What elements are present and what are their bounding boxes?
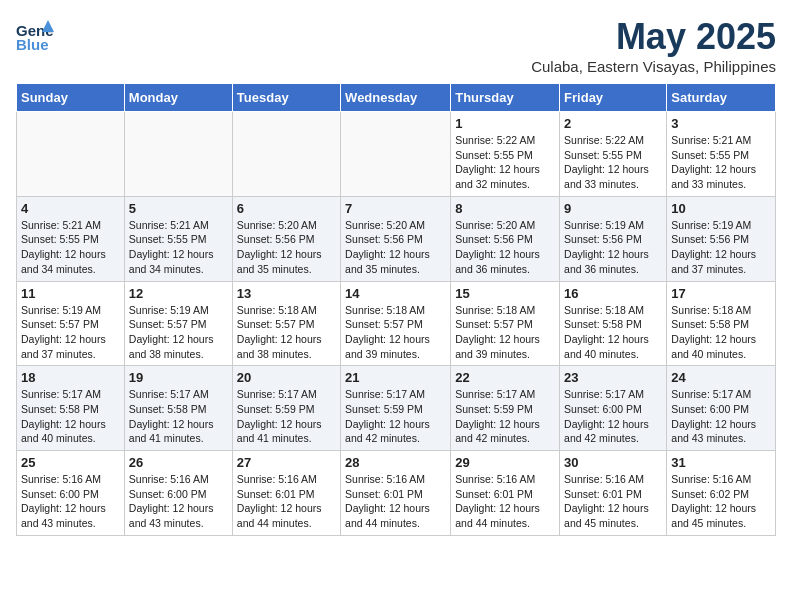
day-cell-2: 2Sunrise: 5:22 AM Sunset: 5:55 PM Daylig… (560, 112, 667, 197)
day-number: 1 (455, 116, 555, 131)
day-info: Sunrise: 5:17 AM Sunset: 6:00 PM Dayligh… (564, 387, 662, 446)
day-info: Sunrise: 5:17 AM Sunset: 5:58 PM Dayligh… (21, 387, 120, 446)
day-cell-4: 4Sunrise: 5:21 AM Sunset: 5:55 PM Daylig… (17, 196, 125, 281)
day-info: Sunrise: 5:21 AM Sunset: 5:55 PM Dayligh… (21, 218, 120, 277)
day-info: Sunrise: 5:17 AM Sunset: 5:58 PM Dayligh… (129, 387, 228, 446)
calendar-header-row: SundayMondayTuesdayWednesdayThursdayFrid… (17, 84, 776, 112)
day-cell-17: 17Sunrise: 5:18 AM Sunset: 5:58 PM Dayli… (667, 281, 776, 366)
logo-icon: General Blue (16, 16, 54, 54)
day-number: 14 (345, 286, 446, 301)
empty-cell (341, 112, 451, 197)
day-number: 17 (671, 286, 771, 301)
day-cell-25: 25Sunrise: 5:16 AM Sunset: 6:00 PM Dayli… (17, 451, 125, 536)
day-info: Sunrise: 5:18 AM Sunset: 5:58 PM Dayligh… (564, 303, 662, 362)
day-info: Sunrise: 5:18 AM Sunset: 5:57 PM Dayligh… (455, 303, 555, 362)
day-info: Sunrise: 5:22 AM Sunset: 5:55 PM Dayligh… (564, 133, 662, 192)
month-title: May 2025 (531, 16, 776, 58)
day-number: 26 (129, 455, 228, 470)
week-row-2: 4Sunrise: 5:21 AM Sunset: 5:55 PM Daylig… (17, 196, 776, 281)
day-cell-20: 20Sunrise: 5:17 AM Sunset: 5:59 PM Dayli… (232, 366, 340, 451)
day-cell-7: 7Sunrise: 5:20 AM Sunset: 5:56 PM Daylig… (341, 196, 451, 281)
day-cell-24: 24Sunrise: 5:17 AM Sunset: 6:00 PM Dayli… (667, 366, 776, 451)
day-number: 27 (237, 455, 336, 470)
day-info: Sunrise: 5:17 AM Sunset: 6:00 PM Dayligh… (671, 387, 771, 446)
day-number: 20 (237, 370, 336, 385)
day-info: Sunrise: 5:19 AM Sunset: 5:56 PM Dayligh… (564, 218, 662, 277)
day-number: 25 (21, 455, 120, 470)
day-info: Sunrise: 5:16 AM Sunset: 6:02 PM Dayligh… (671, 472, 771, 531)
day-number: 4 (21, 201, 120, 216)
day-cell-8: 8Sunrise: 5:20 AM Sunset: 5:56 PM Daylig… (451, 196, 560, 281)
week-row-1: 1Sunrise: 5:22 AM Sunset: 5:55 PM Daylig… (17, 112, 776, 197)
day-info: Sunrise: 5:16 AM Sunset: 6:01 PM Dayligh… (455, 472, 555, 531)
day-cell-22: 22Sunrise: 5:17 AM Sunset: 5:59 PM Dayli… (451, 366, 560, 451)
day-cell-18: 18Sunrise: 5:17 AM Sunset: 5:58 PM Dayli… (17, 366, 125, 451)
calendar-table: SundayMondayTuesdayWednesdayThursdayFrid… (16, 83, 776, 536)
day-info: Sunrise: 5:19 AM Sunset: 5:56 PM Dayligh… (671, 218, 771, 277)
day-number: 18 (21, 370, 120, 385)
day-info: Sunrise: 5:17 AM Sunset: 5:59 PM Dayligh… (455, 387, 555, 446)
day-number: 21 (345, 370, 446, 385)
day-cell-3: 3Sunrise: 5:21 AM Sunset: 5:55 PM Daylig… (667, 112, 776, 197)
header-tuesday: Tuesday (232, 84, 340, 112)
day-cell-12: 12Sunrise: 5:19 AM Sunset: 5:57 PM Dayli… (124, 281, 232, 366)
day-info: Sunrise: 5:18 AM Sunset: 5:57 PM Dayligh… (237, 303, 336, 362)
day-info: Sunrise: 5:18 AM Sunset: 5:58 PM Dayligh… (671, 303, 771, 362)
day-info: Sunrise: 5:22 AM Sunset: 5:55 PM Dayligh… (455, 133, 555, 192)
day-cell-29: 29Sunrise: 5:16 AM Sunset: 6:01 PM Dayli… (451, 451, 560, 536)
day-cell-13: 13Sunrise: 5:18 AM Sunset: 5:57 PM Dayli… (232, 281, 340, 366)
day-number: 8 (455, 201, 555, 216)
day-number: 6 (237, 201, 336, 216)
day-number: 10 (671, 201, 771, 216)
week-row-5: 25Sunrise: 5:16 AM Sunset: 6:00 PM Dayli… (17, 451, 776, 536)
day-info: Sunrise: 5:17 AM Sunset: 5:59 PM Dayligh… (345, 387, 446, 446)
day-info: Sunrise: 5:21 AM Sunset: 5:55 PM Dayligh… (671, 133, 771, 192)
day-info: Sunrise: 5:16 AM Sunset: 6:01 PM Dayligh… (237, 472, 336, 531)
day-number: 28 (345, 455, 446, 470)
day-cell-6: 6Sunrise: 5:20 AM Sunset: 5:56 PM Daylig… (232, 196, 340, 281)
day-info: Sunrise: 5:16 AM Sunset: 6:01 PM Dayligh… (564, 472, 662, 531)
day-cell-28: 28Sunrise: 5:16 AM Sunset: 6:01 PM Dayli… (341, 451, 451, 536)
day-number: 30 (564, 455, 662, 470)
day-info: Sunrise: 5:20 AM Sunset: 5:56 PM Dayligh… (455, 218, 555, 277)
day-cell-30: 30Sunrise: 5:16 AM Sunset: 6:01 PM Dayli… (560, 451, 667, 536)
header-wednesday: Wednesday (341, 84, 451, 112)
day-number: 29 (455, 455, 555, 470)
day-info: Sunrise: 5:16 AM Sunset: 6:01 PM Dayligh… (345, 472, 446, 531)
day-number: 3 (671, 116, 771, 131)
title-area: May 2025 Culaba, Eastern Visayas, Philip… (531, 16, 776, 75)
week-row-3: 11Sunrise: 5:19 AM Sunset: 5:57 PM Dayli… (17, 281, 776, 366)
day-cell-9: 9Sunrise: 5:19 AM Sunset: 5:56 PM Daylig… (560, 196, 667, 281)
day-cell-14: 14Sunrise: 5:18 AM Sunset: 5:57 PM Dayli… (341, 281, 451, 366)
svg-text:Blue: Blue (16, 36, 49, 53)
day-number: 16 (564, 286, 662, 301)
day-info: Sunrise: 5:19 AM Sunset: 5:57 PM Dayligh… (21, 303, 120, 362)
day-number: 19 (129, 370, 228, 385)
day-cell-23: 23Sunrise: 5:17 AM Sunset: 6:00 PM Dayli… (560, 366, 667, 451)
day-cell-21: 21Sunrise: 5:17 AM Sunset: 5:59 PM Dayli… (341, 366, 451, 451)
header-thursday: Thursday (451, 84, 560, 112)
day-number: 11 (21, 286, 120, 301)
day-info: Sunrise: 5:17 AM Sunset: 5:59 PM Dayligh… (237, 387, 336, 446)
header-saturday: Saturday (667, 84, 776, 112)
day-number: 23 (564, 370, 662, 385)
day-info: Sunrise: 5:16 AM Sunset: 6:00 PM Dayligh… (129, 472, 228, 531)
header-monday: Monday (124, 84, 232, 112)
header-sunday: Sunday (17, 84, 125, 112)
day-info: Sunrise: 5:20 AM Sunset: 5:56 PM Dayligh… (345, 218, 446, 277)
week-row-4: 18Sunrise: 5:17 AM Sunset: 5:58 PM Dayli… (17, 366, 776, 451)
day-number: 2 (564, 116, 662, 131)
day-number: 13 (237, 286, 336, 301)
day-number: 24 (671, 370, 771, 385)
header-friday: Friday (560, 84, 667, 112)
page-header: General Blue May 2025 Culaba, Eastern Vi… (16, 16, 776, 75)
day-number: 9 (564, 201, 662, 216)
day-cell-31: 31Sunrise: 5:16 AM Sunset: 6:02 PM Dayli… (667, 451, 776, 536)
day-cell-11: 11Sunrise: 5:19 AM Sunset: 5:57 PM Dayli… (17, 281, 125, 366)
day-number: 31 (671, 455, 771, 470)
day-info: Sunrise: 5:20 AM Sunset: 5:56 PM Dayligh… (237, 218, 336, 277)
day-cell-16: 16Sunrise: 5:18 AM Sunset: 5:58 PM Dayli… (560, 281, 667, 366)
day-cell-26: 26Sunrise: 5:16 AM Sunset: 6:00 PM Dayli… (124, 451, 232, 536)
empty-cell (124, 112, 232, 197)
day-cell-15: 15Sunrise: 5:18 AM Sunset: 5:57 PM Dayli… (451, 281, 560, 366)
